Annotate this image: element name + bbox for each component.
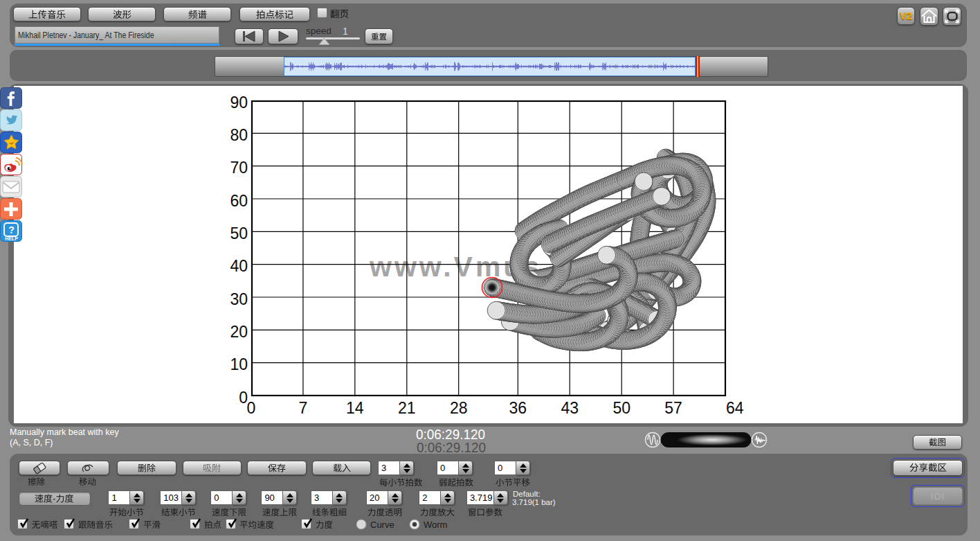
svg-text:60: 60 <box>230 192 248 210</box>
svg-text:40: 40 <box>230 257 248 275</box>
svg-text:HELP: HELP <box>5 236 18 241</box>
svg-text:50: 50 <box>230 224 248 242</box>
svg-text:10: 10 <box>230 355 248 373</box>
svg-text:28: 28 <box>450 399 468 417</box>
svg-text:7: 7 <box>299 399 308 417</box>
svg-text:36: 36 <box>509 399 527 417</box>
svg-text:90: 90 <box>230 94 248 112</box>
svg-text:14: 14 <box>346 399 364 417</box>
svg-text:21: 21 <box>398 399 416 417</box>
svg-text:43: 43 <box>561 399 579 417</box>
svg-text:57: 57 <box>664 399 682 417</box>
svg-text:50: 50 <box>612 399 630 417</box>
svg-text:70: 70 <box>230 159 248 177</box>
svg-text:64: 64 <box>726 399 744 417</box>
svg-text:?: ? <box>8 224 15 236</box>
svg-text:80: 80 <box>230 126 248 144</box>
svg-text:0: 0 <box>247 399 256 417</box>
svg-text:20: 20 <box>230 323 248 341</box>
svg-text:30: 30 <box>230 290 248 308</box>
